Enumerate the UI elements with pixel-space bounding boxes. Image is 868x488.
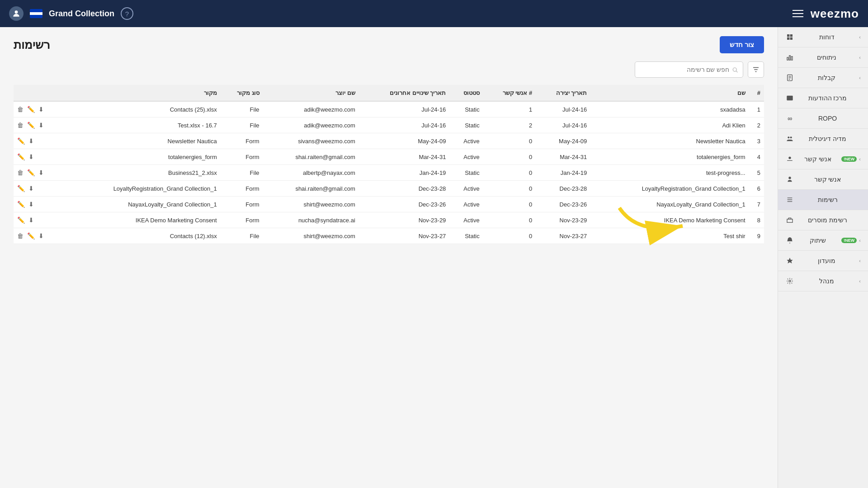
filter-button[interactable]: [748, 61, 764, 78]
delete-icon[interactable]: 🗑: [17, 232, 24, 239]
row-actions: ✏️⬇: [14, 197, 62, 212]
edit-icon[interactable]: ✏️: [17, 201, 25, 208]
table-row: 🗑✏️⬇Business21_2.xlsxFilealbertp@nayax.c…: [14, 165, 764, 181]
sidebar-item-admin[interactable]: › מנהל: [778, 271, 868, 291]
row-source-type: Form: [221, 181, 263, 197]
sidebar-item-ropo[interactable]: ROPO ∞: [778, 108, 868, 129]
row-name: sxadadsa: [590, 101, 749, 117]
row-last-modified: Dec-23-28: [359, 181, 450, 197]
svg-rect-12: [791, 56, 793, 60]
row-source-type: File: [221, 101, 263, 117]
sidebar-item-contacts[interactable]: › NEW! אנשי קשר: [778, 149, 868, 169]
hamburger-menu[interactable]: [793, 10, 803, 17]
sidebar-item-receipts[interactable]: › קבלות: [778, 68, 868, 88]
table-body: 🗑✏️⬇Contacts (25).xlsxFileadik@weezmo.co…: [14, 101, 764, 244]
search-input[interactable]: [640, 66, 729, 73]
download-icon[interactable]: ⬇: [28, 153, 34, 160]
svg-point-18: [788, 136, 789, 138]
search-input-wrap: [635, 61, 743, 78]
edit-icon[interactable]: ✏️: [17, 216, 25, 224]
content-header: צור חדש רשימות: [14, 36, 764, 53]
sidebar-item-analytics[interactable]: › ניתוחים: [778, 47, 868, 68]
row-num: 1: [749, 101, 764, 117]
table-row: ✏️⬇LoyaltyRegistration_Grand Collection_…: [14, 181, 764, 197]
table-row: 🗑✏️⬇Contacts (12).xlsxFileshirt@weezmo.c…: [14, 228, 764, 244]
grid-icon: [785, 33, 794, 42]
download-icon[interactable]: ⬇: [28, 185, 34, 192]
row-name: LoyaltyRegistration_Grand Collection_1: [590, 181, 749, 197]
edit-icon[interactable]: ✏️: [27, 169, 35, 176]
svg-marker-26: [787, 258, 793, 263]
row-last-modified: Jan-24-19: [359, 165, 450, 181]
row-name: Test shir: [590, 228, 749, 244]
row-status: Static: [449, 117, 483, 133]
delete-icon[interactable]: 🗑: [17, 106, 24, 113]
row-contacts-count: 0: [483, 197, 536, 212]
edit-icon[interactable]: ✏️: [17, 153, 25, 160]
row-last-modified: Nov-23-29: [359, 212, 450, 228]
sidebar-item-club[interactable]: › מועדון: [778, 251, 868, 271]
sidebar-item-message-center[interactable]: מרכז ההודעות: [778, 88, 868, 108]
row-creator: shirt@weezmo.com: [263, 228, 359, 244]
new-button[interactable]: צור חדש: [720, 36, 764, 53]
chevron-icon: ›: [859, 34, 861, 40]
download-icon[interactable]: ⬇: [38, 232, 44, 239]
row-status: Static: [449, 165, 483, 181]
row-source: NayaxLoyalty_Grand Collection_1: [62, 197, 220, 212]
download-icon[interactable]: ⬇: [28, 201, 34, 208]
edit-icon[interactable]: ✏️: [17, 185, 25, 192]
sidebar-item-digital-media[interactable]: מדיה דיגיטלית: [778, 129, 868, 149]
row-last-modified: Mar-24-31: [359, 149, 450, 165]
user-avatar[interactable]: [9, 6, 24, 21]
gear-icon: [785, 277, 794, 286]
sidebar-item-contacts2[interactable]: אנשי קשר: [778, 169, 868, 190]
sidebar-item-lists[interactable]: רשימות: [778, 190, 868, 210]
row-contacts-count: 0: [483, 149, 536, 165]
table-row: ✏️⬇NayaxLoyalty_Grand Collection_1Formsh…: [14, 197, 764, 212]
chevron-icon: ›: [859, 238, 861, 243]
row-last-modified: Jul-24-16: [359, 101, 450, 117]
row-source: Business21_2.xlsx: [62, 165, 220, 181]
download-icon[interactable]: ⬇: [38, 122, 44, 129]
svg-rect-11: [789, 56, 791, 60]
help-icon[interactable]: ?: [121, 7, 133, 20]
edit-icon[interactable]: ✏️: [27, 232, 35, 239]
download-icon[interactable]: ⬇: [28, 216, 34, 224]
row-last-modified: May-24-09: [359, 133, 450, 149]
edit-icon[interactable]: ✏️: [17, 137, 25, 145]
sidebar-item-supplier[interactable]: רשימת מוסרים: [778, 210, 868, 230]
svg-rect-10: [787, 57, 788, 60]
list-icon: [785, 195, 794, 204]
row-creator: albertp@nayax.com: [263, 165, 359, 181]
row-actions: 🗑✏️⬇: [14, 228, 62, 244]
row-num: 6: [749, 181, 764, 197]
sidebar-item-reports[interactable]: › דוחות: [778, 27, 868, 47]
row-status: Active: [449, 197, 483, 212]
row-status: Active: [449, 149, 483, 165]
top-bar-right: weezmo: [793, 7, 859, 21]
edit-icon[interactable]: ✏️: [27, 106, 35, 113]
sidebar-item-sharing[interactable]: › NEW! שיתוק: [778, 230, 868, 251]
svg-rect-21: [787, 160, 793, 161]
download-icon[interactable]: ⬇: [38, 106, 44, 113]
row-created-date: Nov-23-27: [536, 228, 590, 244]
row-created-date: Dec-23-26: [536, 197, 590, 212]
row-actions: ✏️⬇: [14, 133, 62, 149]
row-source-type: Form: [221, 197, 263, 212]
download-icon[interactable]: ⬇: [28, 137, 34, 145]
new-badge: NEW!: [841, 156, 857, 162]
download-icon[interactable]: ⬇: [38, 169, 44, 176]
row-source-type: File: [221, 228, 263, 244]
row-num: 9: [749, 228, 764, 244]
delete-icon[interactable]: 🗑: [17, 122, 24, 129]
row-name: test-progress...: [590, 165, 749, 181]
col-creator: שם יוצר: [263, 85, 359, 101]
table-row: 🗑✏️⬇Contacts (25).xlsxFileadik@weezmo.co…: [14, 101, 764, 117]
row-num: 5: [749, 165, 764, 181]
row-source: Newsletter Nautica: [62, 133, 220, 149]
edit-icon[interactable]: ✏️: [27, 122, 35, 129]
chart-icon: [785, 53, 794, 62]
svg-point-19: [790, 136, 792, 138]
table-row: 🗑✏️⬇Test.xlsx - 16.7Fileadik@weezmo.comJ…: [14, 117, 764, 133]
delete-icon[interactable]: 🗑: [17, 169, 24, 176]
